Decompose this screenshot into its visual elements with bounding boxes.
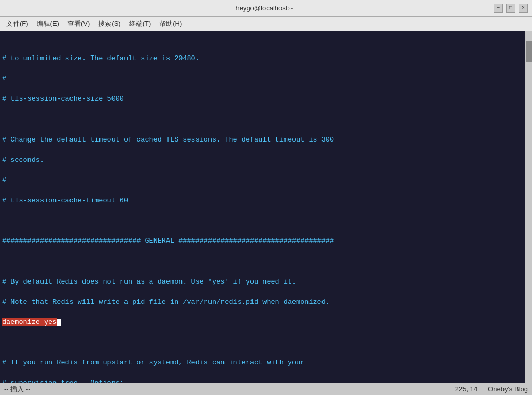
terminal-line: daemonize yes xyxy=(2,317,524,328)
highlighted-text: daemonize yes xyxy=(2,318,57,326)
window-title: heygo@localhost:~ xyxy=(35,4,494,12)
status-mode: -- 插入 -- xyxy=(4,385,31,394)
terminal-line: # to unlimited size. The default size is… xyxy=(2,53,524,64)
scrollbar-thumb[interactable] xyxy=(526,41,532,62)
terminal-wrapper: # to unlimited size. The default size is… xyxy=(0,31,532,383)
menu-bar: 文件(F) 编辑(E) 查看(V) 搜索(S) 终端(T) 帮助(H) xyxy=(0,17,532,31)
terminal-line xyxy=(2,256,524,266)
terminal-line: # tls-session-cache-timeout 60 xyxy=(2,195,524,206)
terminal-line: # seconds. xyxy=(2,155,524,165)
scrollbar[interactable] xyxy=(525,31,532,383)
terminal-line xyxy=(2,115,524,125)
status-bar: -- 插入 -- 225, 14 Oneby's Blog xyxy=(0,383,532,395)
menu-help[interactable]: 帮助(H) xyxy=(156,18,185,30)
terminal-line: # supervision tree. Options: xyxy=(2,378,524,383)
terminal-line xyxy=(2,216,524,226)
text-cursor xyxy=(57,319,61,326)
terminal-line: # xyxy=(2,74,524,84)
terminal-line: # If you run Redis from upstart or syste… xyxy=(2,358,524,368)
terminal-content[interactable]: # to unlimited size. The default size is… xyxy=(0,31,525,383)
terminal-line: # By default Redis does not run as a dae… xyxy=(2,277,524,287)
menu-file[interactable]: 文件(F) xyxy=(3,18,32,30)
terminal-line: # tls-session-cache-size 5000 xyxy=(2,94,524,104)
close-button[interactable]: × xyxy=(519,4,528,13)
menu-edit[interactable]: 编辑(E) xyxy=(34,18,62,30)
terminal-line: # xyxy=(2,175,524,186)
menu-terminal[interactable]: 终端(T) xyxy=(126,18,155,30)
terminal-text: # to unlimited size. The default size is… xyxy=(2,33,524,383)
terminal-line: ################################# GENERA… xyxy=(2,236,524,246)
maximize-button[interactable]: □ xyxy=(506,4,515,13)
terminal-line xyxy=(2,337,524,348)
minimize-button[interactable]: − xyxy=(494,4,503,13)
status-right: 225, 14 Oneby's Blog xyxy=(455,385,528,393)
menu-view[interactable]: 查看(V) xyxy=(64,18,93,30)
blog-label: Oneby's Blog xyxy=(488,385,528,393)
title-bar: heygo@localhost:~ − □ × xyxy=(0,0,532,17)
terminal-line: # Change the default timeout of cached T… xyxy=(2,135,524,145)
cursor-position: 225, 14 xyxy=(455,385,478,393)
window-controls: − □ × xyxy=(494,4,528,13)
terminal-line: # Note that Redis will write a pid file … xyxy=(2,297,524,307)
menu-search[interactable]: 搜索(S) xyxy=(95,18,123,30)
